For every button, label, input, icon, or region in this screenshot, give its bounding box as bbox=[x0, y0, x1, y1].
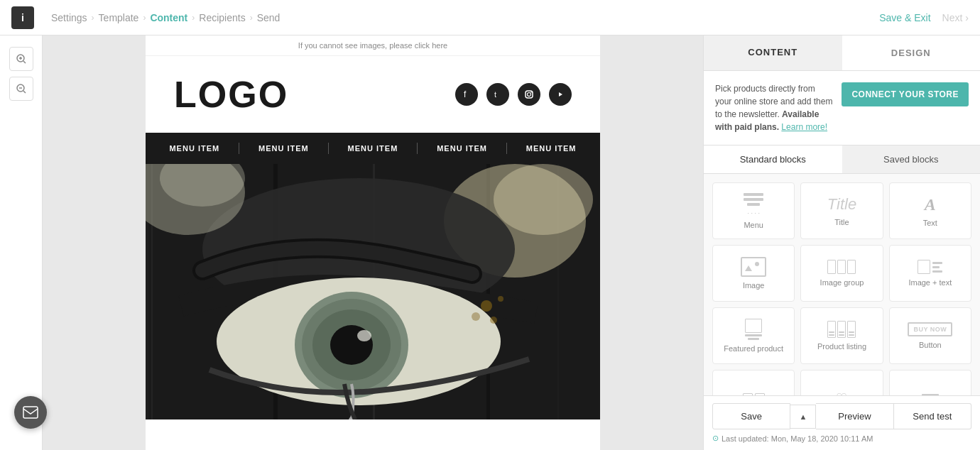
menu-item-5: MENU ITEM bbox=[526, 144, 577, 153]
image-group-block-icon bbox=[827, 260, 856, 274]
menu-item-3: MENU ITEM bbox=[348, 144, 398, 153]
instagram-icon[interactable] bbox=[518, 83, 540, 106]
menu-separator-3 bbox=[417, 143, 418, 154]
block-text-label: Text bbox=[923, 219, 937, 227]
menu-block-icon: · · · · bbox=[744, 193, 763, 216]
block-extra-1[interactable] bbox=[712, 370, 795, 395]
save-exit-button[interactable]: Save & Exit bbox=[879, 12, 930, 23]
next-button[interactable]: Next › bbox=[942, 12, 969, 23]
image-block-icon bbox=[741, 257, 766, 277]
zoom-in-icon bbox=[16, 53, 27, 65]
svg-point-34 bbox=[472, 312, 480, 321]
nav-sep-4: › bbox=[250, 13, 253, 23]
store-description: Pick products directly from your online … bbox=[715, 82, 833, 133]
panel-actions: Save ▲ Preview Send test bbox=[712, 403, 971, 429]
canvas-area[interactable]: If you cannot see images, please click h… bbox=[43, 35, 703, 450]
app-icon: i bbox=[11, 6, 34, 29]
block-tabs: Standard blocks Saved blocks bbox=[704, 146, 980, 174]
main-area: If you cannot see images, please click h… bbox=[0, 35, 980, 450]
block-image-group-label: Image group bbox=[820, 278, 864, 287]
nav-step-send[interactable]: Send bbox=[257, 12, 281, 23]
save-button[interactable]: Save bbox=[712, 403, 790, 429]
featured-product-icon bbox=[745, 319, 762, 340]
svg-point-11 bbox=[530, 92, 532, 93]
nav-sep-1: › bbox=[92, 13, 94, 23]
block-text[interactable]: A Text bbox=[889, 182, 971, 239]
blocks-grid: · · · · Menu Title Title A Text Image bbox=[704, 174, 980, 395]
email-notice-text: If you cannot see images, please click h… bbox=[298, 41, 447, 50]
block-extra-3[interactable] bbox=[889, 370, 971, 395]
block-product-listing[interactable]: Product listing bbox=[800, 307, 883, 364]
tab-standard-blocks[interactable]: Standard blocks bbox=[704, 146, 842, 173]
block-product-listing-label: Product listing bbox=[817, 342, 866, 351]
email-canvas: If you cannot see images, please click h… bbox=[146, 35, 600, 450]
svg-line-6 bbox=[23, 91, 26, 93]
tab-content[interactable]: CONTENT bbox=[704, 35, 842, 70]
menu-separator-1 bbox=[239, 143, 239, 154]
text-block-icon: A bbox=[925, 195, 936, 214]
block-image-text[interactable]: Image + text bbox=[889, 245, 971, 302]
email-logo: LOGO bbox=[174, 73, 288, 116]
email-menu-bar: MENU ITEM MENU ITEM MENU ITEM MENU ITEM … bbox=[146, 133, 600, 164]
button-block-icon: BUY NOW bbox=[908, 322, 952, 336]
menu-separator-2 bbox=[328, 143, 329, 154]
block-menu[interactable]: · · · · Menu bbox=[712, 182, 795, 239]
block-featured-product-label: Featured product bbox=[724, 344, 783, 353]
learn-more-link[interactable]: Learn more! bbox=[781, 122, 827, 132]
facebook-icon[interactable]: f bbox=[455, 83, 478, 106]
last-updated: ⊙ Last updated: Mon, May 18, 2020 10:11 … bbox=[712, 434, 971, 443]
block-image[interactable]: Image bbox=[712, 245, 795, 302]
block-button[interactable]: BUY NOW Button bbox=[889, 307, 971, 364]
block-featured-product[interactable]: Featured product bbox=[712, 307, 795, 364]
save-dropdown-button[interactable]: ▲ bbox=[790, 405, 816, 429]
menu-separator-4 bbox=[506, 143, 507, 154]
svg-point-28 bbox=[357, 330, 371, 341]
nav-left: i Settings › Template › Content › Recipi… bbox=[11, 6, 280, 29]
svg-point-32 bbox=[481, 300, 492, 312]
block-extra-2[interactable]: ♡ bbox=[800, 370, 883, 395]
block-title-label: Title bbox=[834, 218, 849, 226]
nav-step-settings[interactable]: Settings bbox=[51, 12, 87, 23]
preview-button[interactable]: Preview bbox=[816, 403, 893, 429]
svg-point-21 bbox=[494, 164, 593, 235]
nav-right: Save & Exit Next › bbox=[879, 12, 969, 23]
mail-icon bbox=[23, 406, 38, 419]
email-hero-image bbox=[146, 164, 600, 419]
extra-block-2-icon: ♡ bbox=[836, 390, 847, 395]
zoom-out-icon bbox=[16, 83, 27, 94]
svg-line-3 bbox=[23, 61, 26, 63]
tab-design[interactable]: DESIGN bbox=[842, 35, 981, 70]
block-image-group[interactable]: Image group bbox=[800, 245, 883, 302]
canvas-scroll: If you cannot see images, please click h… bbox=[43, 35, 703, 450]
panel-bottom: Save ▲ Preview Send test ⊙ Last updated:… bbox=[704, 395, 980, 450]
clock-icon: ⊙ bbox=[712, 434, 719, 443]
svg-text:t: t bbox=[494, 90, 496, 99]
block-button-label: Button bbox=[919, 341, 942, 349]
twitter-icon[interactable]: t bbox=[486, 83, 509, 106]
tab-saved-blocks[interactable]: Saved blocks bbox=[842, 146, 981, 173]
svg-rect-36 bbox=[23, 407, 38, 418]
zoom-out-button[interactable] bbox=[9, 77, 33, 101]
nav-step-recipients[interactable]: Recipients bbox=[199, 12, 245, 23]
nav-step-content[interactable]: Content bbox=[150, 12, 187, 23]
block-menu-label: Menu bbox=[744, 221, 763, 229]
send-test-button[interactable]: Send test bbox=[894, 403, 971, 429]
svg-marker-12 bbox=[559, 92, 562, 97]
svg-point-10 bbox=[528, 93, 531, 97]
right-panel: CONTENT DESIGN Pick products directly fr… bbox=[703, 35, 980, 450]
menu-item-1: MENU ITEM bbox=[169, 144, 219, 153]
block-image-text-label: Image + text bbox=[908, 278, 952, 287]
block-title[interactable]: Title Title bbox=[800, 182, 883, 239]
svg-point-35 bbox=[498, 296, 503, 302]
mail-float-button[interactable] bbox=[14, 396, 47, 429]
nav-sep-2: › bbox=[143, 13, 146, 23]
connect-store-button[interactable]: CONNECT YOUR STORE bbox=[842, 82, 969, 106]
store-section: Pick products directly from your online … bbox=[704, 71, 980, 146]
social-icons: f t bbox=[455, 83, 572, 106]
zoom-in-button[interactable] bbox=[9, 47, 33, 71]
product-listing-icon bbox=[827, 321, 856, 338]
panel-tabs: CONTENT DESIGN bbox=[704, 35, 980, 71]
email-header: LOGO f t bbox=[146, 56, 600, 133]
nav-step-template[interactable]: Template bbox=[99, 12, 139, 23]
youtube-icon[interactable] bbox=[549, 83, 572, 106]
